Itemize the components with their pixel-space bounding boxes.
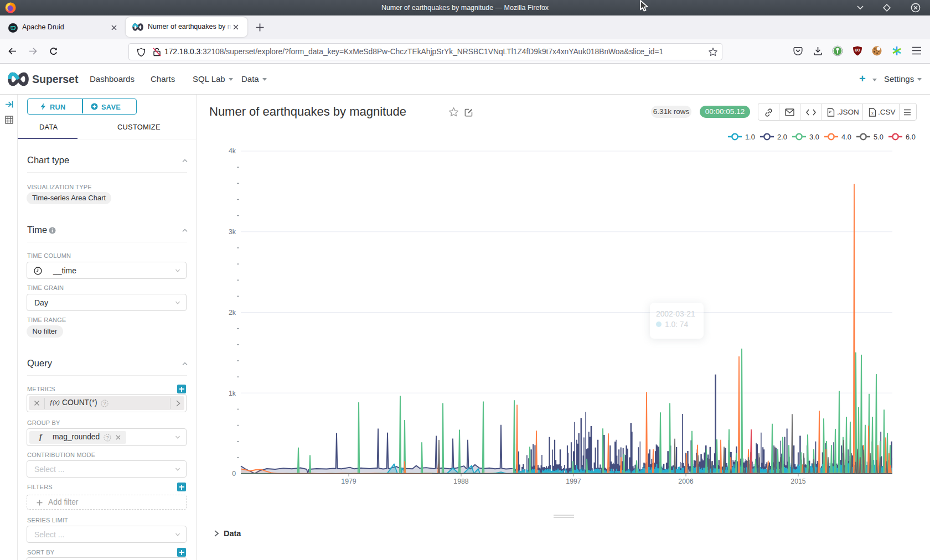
svg-text:1988: 1988 xyxy=(453,478,469,485)
svg-text:2k: 2k xyxy=(229,309,236,317)
svg-text:1979: 1979 xyxy=(341,478,356,485)
svg-text:1k: 1k xyxy=(229,390,236,397)
svg-text:4k: 4k xyxy=(229,147,236,155)
svg-text:2015: 2015 xyxy=(790,478,806,485)
svg-text:3k: 3k xyxy=(229,228,236,236)
svg-text:0: 0 xyxy=(232,470,236,478)
svg-text:2006: 2006 xyxy=(678,478,694,485)
svg-text:1997: 1997 xyxy=(566,478,581,485)
